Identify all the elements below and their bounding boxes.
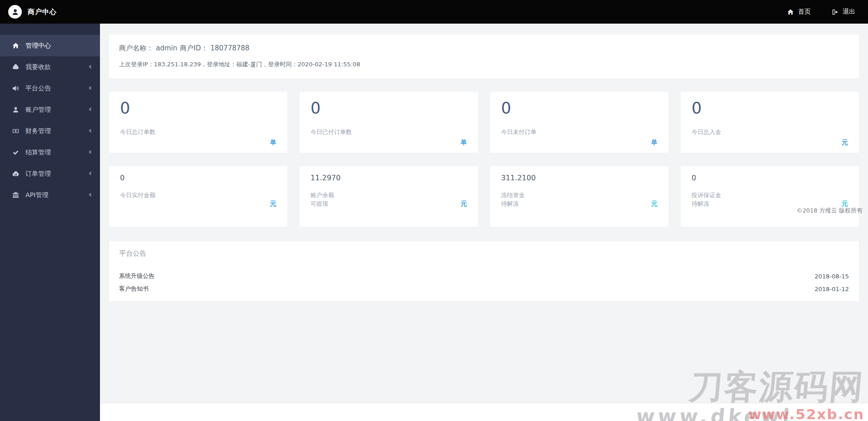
sidebar-item-platform-announcements[interactable]: 平台公告 ‹ bbox=[0, 78, 100, 99]
announcements-panel: 平台公告 系统升级公告 2018-08-15 客户告知书 2018-01-12 bbox=[109, 241, 859, 301]
user-icon bbox=[12, 106, 20, 114]
stats-row-2: 0 今日实付金额 元 11.2970 账户余额 可提现 元 bbox=[109, 166, 859, 227]
merchant-name: admin bbox=[156, 44, 177, 52]
stats-row-1: 0 今日总订单数 单 0 今日已付订单数 单 0 今日未付订单 单 0 今日总入… bbox=[109, 92, 859, 153]
copyright-text: ©2018 方维云 版权所有 bbox=[797, 207, 863, 215]
stat-value: 0 bbox=[120, 174, 276, 182]
stat-value: 11.2970 bbox=[310, 174, 467, 182]
sidebar-item-label: 我要收款 bbox=[25, 63, 51, 71]
stat-label: 今日未付订单 bbox=[501, 128, 658, 136]
chevron-left-icon: ‹ bbox=[89, 63, 92, 70]
last-login-info: 上次登录IP：183.251.18.239，登录地址：福建-厦门，登录时间：20… bbox=[119, 60, 849, 69]
stat-unit: 单 bbox=[310, 139, 467, 147]
merchant-id: 180778788 bbox=[210, 44, 249, 52]
stat-unit: 元 bbox=[461, 200, 467, 208]
stat-card-complaint-deposit: 0 投诉保证金 待解冻 元 bbox=[681, 166, 859, 227]
stat-value: 0 bbox=[310, 100, 467, 116]
sidebar-menu: 管理中心 我要收款 ‹ 平台公告 ‹ 账户管理 ‹ 财务管理 ‹ bbox=[0, 24, 100, 206]
stat-label: 冻结资金 待解冻 bbox=[501, 191, 525, 208]
chevron-left-icon: ‹ bbox=[89, 169, 92, 177]
topnav-home[interactable]: 首页 bbox=[787, 8, 811, 16]
stat-card-total-orders: 0 今日总订单数 单 bbox=[109, 92, 287, 153]
sidebar-item-api-management[interactable]: API管理 ‹ bbox=[0, 184, 100, 206]
check-icon bbox=[12, 149, 20, 156]
sidebar-item-label: 管理中心 bbox=[25, 42, 51, 50]
stat-card-paid-amount: 0 今日实付金额 元 bbox=[109, 166, 287, 227]
stat-value: 0 bbox=[120, 100, 276, 116]
stat-value: 0 bbox=[692, 174, 848, 182]
stat-unit: 元 bbox=[692, 139, 848, 147]
announcement-row: 系统升级公告 2018-08-15 bbox=[119, 270, 849, 282]
moneybag-icon bbox=[12, 64, 20, 71]
sidebar-item-finance-management[interactable]: 财务管理 ‹ bbox=[0, 120, 100, 142]
sidebar-item-label: 结算管理 bbox=[25, 149, 51, 157]
announcement-link[interactable]: 客户告知书 bbox=[119, 285, 149, 293]
stat-unit: 元 bbox=[651, 200, 658, 208]
home-icon bbox=[12, 42, 20, 50]
stat-label: 账户余额 可提现 bbox=[310, 191, 334, 208]
brand: 商户中心 bbox=[0, 5, 57, 19]
main-content: 商户名称：admin商户ID：180778788 上次登录IP：183.251.… bbox=[100, 24, 868, 421]
chevron-left-icon: ‹ bbox=[89, 148, 92, 156]
stat-label: 投诉保证金 待解冻 bbox=[692, 191, 721, 208]
topnav-home-label: 首页 bbox=[798, 8, 811, 16]
sidebar: 管理中心 我要收款 ‹ 平台公告 ‹ 账户管理 ‹ 财务管理 ‹ bbox=[0, 24, 100, 421]
sidebar-item-label: API管理 bbox=[25, 191, 48, 199]
user-icon bbox=[11, 8, 19, 16]
stat-label: 今日已付订单数 bbox=[310, 128, 467, 136]
topnav-logout[interactable]: 退出 bbox=[832, 8, 855, 16]
stat-label: 今日总入金 bbox=[692, 128, 848, 136]
stat-unit: 单 bbox=[120, 139, 276, 147]
chevron-left-icon: ‹ bbox=[89, 191, 92, 198]
sidebar-item-settlement-management[interactable]: 结算管理 ‹ bbox=[0, 142, 100, 163]
sidebar-item-label: 平台公告 bbox=[25, 84, 51, 93]
logout-icon bbox=[832, 9, 838, 15]
footer bbox=[100, 403, 868, 421]
sidebar-item-account-management[interactable]: 账户管理 ‹ bbox=[0, 99, 100, 120]
chevron-left-icon: ‹ bbox=[89, 84, 92, 92]
sidebar-item-collect-payment[interactable]: 我要收款 ‹ bbox=[0, 56, 100, 78]
sidebar-item-label: 财务管理 bbox=[25, 127, 51, 135]
stat-unit: 单 bbox=[501, 139, 658, 147]
volume-icon bbox=[12, 85, 20, 92]
merchant-name-label: 商户名称： bbox=[119, 44, 153, 52]
stat-card-account-balance: 11.2970 账户余额 可提现 元 bbox=[299, 166, 478, 227]
sidebar-item-label: 订单管理 bbox=[25, 170, 51, 178]
announcement-date: 2018-01-12 bbox=[814, 286, 849, 292]
topbar: 商户中心 首页 退出 bbox=[0, 0, 868, 24]
stat-card-total-income: 0 今日总入金 元 bbox=[681, 92, 859, 153]
announcements-title: 平台公告 bbox=[119, 249, 849, 258]
stat-card-paid-orders: 0 今日已付订单数 单 bbox=[299, 92, 478, 153]
topnav-logout-label: 退出 bbox=[843, 8, 855, 16]
stat-card-unpaid-orders: 0 今日未付订单 单 bbox=[490, 92, 668, 153]
chevron-left-icon: ‹ bbox=[89, 127, 92, 134]
home-icon bbox=[787, 9, 794, 15]
announcement-row: 客户告知书 2018-01-12 bbox=[119, 282, 849, 295]
avatar bbox=[8, 5, 22, 19]
stat-label: 今日总订单数 bbox=[120, 128, 276, 136]
announcement-link[interactable]: 系统升级公告 bbox=[119, 272, 155, 280]
sidebar-item-label: 账户管理 bbox=[25, 106, 51, 114]
bank-icon bbox=[12, 192, 20, 199]
stat-value: 311.2100 bbox=[501, 174, 658, 182]
brand-title: 商户中心 bbox=[28, 8, 57, 16]
merchant-info-card: 商户名称：admin商户ID：180778788 上次登录IP：183.251.… bbox=[109, 35, 859, 78]
stat-label: 今日实付金额 bbox=[120, 191, 155, 208]
topnav: 首页 退出 bbox=[787, 8, 868, 16]
bill-icon bbox=[12, 128, 20, 135]
merchant-dashboard: 商户中心 首页 退出 管理中心 我要收款 ‹ bbox=[0, 0, 868, 421]
sidebar-item-order-management[interactable]: 订单管理 ‹ bbox=[0, 163, 100, 184]
stat-unit: 元 bbox=[270, 200, 276, 208]
merchant-id-label: 商户ID： bbox=[180, 44, 208, 52]
merchant-summary: 商户名称：admin商户ID：180778788 bbox=[119, 44, 849, 53]
chevron-left-icon: ‹ bbox=[89, 105, 92, 113]
announcement-date: 2018-08-15 bbox=[814, 273, 849, 280]
sidebar-item-management-center[interactable]: 管理中心 bbox=[0, 35, 100, 56]
stat-value: 0 bbox=[692, 100, 848, 116]
stat-value: 0 bbox=[501, 100, 658, 116]
stat-card-frozen-funds: 311.2100 冻结资金 待解冻 元 bbox=[490, 166, 668, 227]
cloud-icon bbox=[12, 170, 20, 178]
